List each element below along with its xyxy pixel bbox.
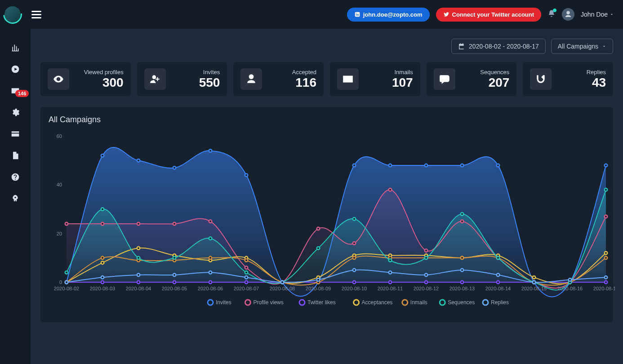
svg-text:2020-08-13: 2020-08-13	[449, 286, 475, 291]
svg-point-83	[245, 281, 247, 283]
sidebar-item-billing[interactable]	[10, 129, 21, 139]
svg-point-43	[102, 223, 103, 225]
svg-text:2020-08-03: 2020-08-03	[90, 286, 115, 291]
svg-text:0: 0	[59, 280, 62, 285]
chat-icon	[434, 68, 455, 90]
svg-point-63	[461, 221, 463, 222]
stat-label: Inmails	[363, 69, 413, 75]
sidebar-item-rocket[interactable]	[10, 193, 21, 204]
stat-value: 116	[295, 75, 316, 89]
svg-point-57	[353, 242, 355, 244]
svg-point-31	[461, 164, 463, 166]
date-range-button[interactable]: 2020-08-02 - 2020-08-17	[451, 39, 546, 54]
calendar-icon	[458, 43, 465, 50]
svg-point-71	[605, 216, 607, 218]
sidebar-item-play[interactable]	[10, 64, 21, 75]
svg-point-19	[245, 174, 247, 176]
svg-point-93	[425, 281, 427, 283]
connect-twitter-label: Connect your Twitter account	[452, 11, 534, 18]
svg-point-95	[461, 281, 463, 283]
sidebar-item-dashboard[interactable]	[10, 42, 21, 53]
svg-point-139	[102, 257, 103, 259]
twitter-icon	[443, 11, 449, 18]
svg-text:2020-08-14: 2020-08-14	[485, 286, 511, 291]
svg-point-207	[174, 274, 175, 276]
stat-card[interactable]: Viewed profiles 300	[40, 62, 131, 96]
stat-value: 300	[102, 75, 124, 89]
play-circle-icon	[11, 65, 20, 74]
stat-card[interactable]: Invites 550	[137, 62, 227, 96]
svg-point-219	[389, 271, 391, 273]
app-logo	[4, 6, 21, 22]
campaign-filter-label: All Campaigns	[558, 43, 598, 50]
connect-twitter-button[interactable]: Connect your Twitter account	[436, 8, 542, 22]
credit-card-icon	[11, 129, 20, 138]
mail-badge: 146	[15, 90, 29, 97]
svg-point-41	[66, 223, 67, 225]
stat-value: 107	[392, 75, 413, 89]
svg-point-187	[389, 259, 391, 261]
date-range-label: 2020-08-02 - 2020-08-17	[469, 43, 539, 50]
svg-text:2020-08-10: 2020-08-10	[342, 286, 367, 291]
svg-text:Profile views: Profile views	[253, 299, 283, 306]
svg-point-147	[245, 259, 247, 261]
svg-point-135	[605, 252, 607, 254]
svg-point-25	[353, 164, 355, 166]
notification-dot	[553, 9, 556, 12]
avatar	[562, 8, 574, 21]
svg-point-167	[605, 257, 607, 259]
svg-text:Sequences: Sequences	[448, 299, 475, 306]
svg-point-169	[66, 271, 67, 273]
campaigns-chart: 0204060 2020-08-022020-08-032020-08-0420…	[49, 127, 615, 316]
svg-text:2020-08-16: 2020-08-16	[557, 286, 583, 291]
svg-point-205	[138, 274, 139, 276]
sidebar-item-help[interactable]	[10, 172, 21, 182]
linkedin-account-button[interactable]: john.doe@zopto.com	[347, 8, 430, 22]
stat-value: 207	[489, 75, 510, 89]
svg-point-217	[353, 269, 355, 271]
svg-text:2020-08-04: 2020-08-04	[126, 286, 151, 291]
user-name-label: John Doe	[581, 11, 608, 18]
gear-icon	[11, 108, 20, 117]
user-menu[interactable]: John Doe	[581, 11, 614, 18]
svg-point-185	[353, 218, 355, 220]
svg-point-227	[533, 281, 535, 283]
svg-point-103	[605, 281, 607, 283]
notifications-button[interactable]	[547, 9, 556, 19]
svg-point-183	[317, 247, 319, 249]
stat-label: Accepted	[267, 69, 316, 75]
svg-rect-2	[356, 13, 356, 13]
svg-point-55	[317, 228, 319, 230]
svg-rect-1	[356, 14, 356, 16]
svg-rect-3	[357, 14, 357, 16]
stat-card[interactable]: Sequences 207	[427, 62, 517, 96]
stat-label: Replies	[556, 69, 606, 75]
menu-toggle-icon[interactable]	[31, 9, 41, 20]
campaign-filter-button[interactable]: All Campaigns	[551, 39, 613, 54]
svg-point-131	[533, 276, 535, 278]
svg-point-258	[440, 300, 445, 305]
svg-point-47	[174, 223, 175, 225]
sidebar-item-settings[interactable]	[10, 107, 21, 118]
stat-label: Sequences	[460, 69, 510, 75]
svg-text:2020-08-15: 2020-08-15	[521, 286, 547, 291]
sidebar-item-file[interactable]	[10, 150, 21, 161]
svg-text:20: 20	[57, 231, 62, 236]
svg-point-89	[353, 281, 355, 283]
stat-card[interactable]: Inmails 107	[330, 62, 420, 96]
sidebar-item-mail[interactable]: 146	[10, 85, 21, 96]
svg-point-211	[245, 276, 247, 278]
svg-point-81	[209, 281, 211, 283]
svg-point-79	[174, 281, 175, 283]
stat-card[interactable]: Accepted 116	[233, 62, 324, 96]
svg-point-13	[138, 160, 139, 161]
stat-card[interactable]: Replies 43	[523, 62, 613, 96]
svg-text:40: 40	[57, 182, 62, 187]
svg-text:2020-08-06: 2020-08-06	[198, 286, 223, 291]
help-icon	[11, 173, 20, 182]
svg-point-109	[138, 247, 139, 249]
svg-point-199	[605, 189, 607, 191]
svg-text:2020-08-11: 2020-08-11	[378, 286, 403, 291]
svg-text:2020-08-02: 2020-08-02	[54, 286, 79, 291]
svg-point-171	[102, 209, 103, 210]
